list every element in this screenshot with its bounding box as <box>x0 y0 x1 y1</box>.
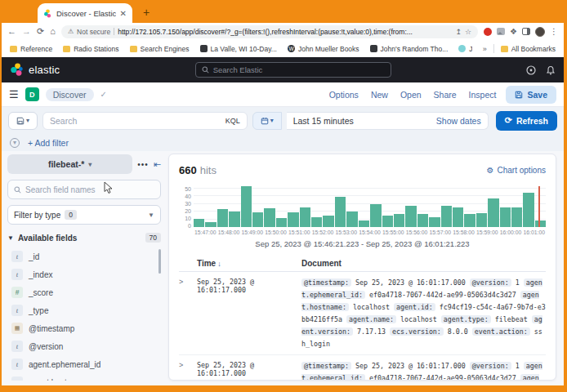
histogram-bar[interactable] <box>252 212 263 227</box>
histogram-bar[interactable] <box>441 206 452 227</box>
kql-label[interactable]: KQL <box>225 117 240 125</box>
bookmark-star-icon[interactable]: ☆ <box>465 28 471 36</box>
field-item[interactable]: t@version <box>7 337 161 355</box>
chart-options-button[interactable]: ⚙ Chart options <box>487 166 546 175</box>
histogram-bar[interactable] <box>346 212 357 227</box>
space-avatar[interactable]: D <box>25 87 39 101</box>
share-icon[interactable]: ↥ <box>455 28 462 36</box>
address-bar[interactable]: ⚠ Not secure http://172.105.7.150/app/di… <box>61 25 478 38</box>
time-column-header[interactable]: Time↓ <box>197 255 301 270</box>
field-item[interactable]: t_type <box>7 301 161 319</box>
field-item[interactable]: #_score <box>7 283 161 301</box>
histogram-bar[interactable] <box>405 206 416 227</box>
bookmark-item[interactable]: La Valle, WI 10-Day... <box>200 45 277 53</box>
tab-close-icon[interactable]: ✕ <box>120 9 127 18</box>
menu-link-options[interactable]: Options <box>329 90 359 100</box>
histogram-bar[interactable] <box>205 222 216 227</box>
field-item[interactable]: t_id <box>7 247 161 265</box>
histogram-bar[interactable] <box>288 212 298 227</box>
histogram-bar[interactable] <box>359 220 369 227</box>
histogram-bar[interactable] <box>476 213 487 227</box>
histogram-bar[interactable] <box>429 217 440 227</box>
filter-by-type-select[interactable]: Filter by type 0 ▼ <box>7 205 161 225</box>
side-panel-icon[interactable] <box>522 28 530 35</box>
back-icon[interactable]: ← <box>7 27 16 36</box>
bookmark-item[interactable]: Reference <box>10 45 52 53</box>
histogram-bar[interactable] <box>311 217 322 227</box>
available-fields-header[interactable]: ▼ Available fields 70 <box>7 233 161 243</box>
histogram-bar[interactable] <box>394 214 404 227</box>
bookmarks-overflow-icon[interactable]: » <box>483 45 487 53</box>
alerts-bell-icon[interactable] <box>546 65 556 75</box>
help-icon[interactable] <box>526 65 536 75</box>
index-pattern-select[interactable]: filebeat-* ▾ <box>7 154 132 174</box>
bookmark-item[interactable]: John's Random Tho... <box>370 45 449 53</box>
histogram-bar[interactable] <box>370 204 381 227</box>
time-range-display[interactable]: Last 15 minutes Show dates <box>287 112 489 130</box>
time-range-value[interactable]: Last 15 minutes <box>293 116 436 126</box>
elastic-logo[interactable]: elastic <box>10 63 60 77</box>
histogram-bar[interactable] <box>417 214 428 227</box>
histogram-bar[interactable] <box>535 220 546 227</box>
breadcrumb[interactable]: Discover <box>46 88 94 101</box>
kql-search-input[interactable]: Search KQL <box>42 112 248 130</box>
histogram-bar[interactable] <box>523 193 534 227</box>
adblock-extension-icon[interactable] <box>484 28 492 36</box>
browser-menu-icon[interactable]: ⋮ <box>550 27 558 36</box>
histogram-bar[interactable] <box>300 207 310 227</box>
histogram-bar[interactable] <box>323 216 333 227</box>
filter-options-icon[interactable]: ▾ <box>10 138 20 148</box>
field-item[interactable]: tagent.ephemeral_id <box>7 355 161 373</box>
field-item[interactable]: ▦@timestamp <box>7 319 161 337</box>
expand-row-icon[interactable]: > <box>179 360 197 369</box>
refresh-button[interactable]: ⟳ Refresh <box>496 111 557 131</box>
add-filter-link[interactable]: + Add filter <box>28 138 69 148</box>
not-secure-label[interactable]: Not secure <box>77 28 110 36</box>
histogram-bar[interactable] <box>217 209 228 227</box>
bookmark-item[interactable]: John Mueller Books... <box>458 45 471 53</box>
histogram-bar[interactable] <box>229 212 239 227</box>
url-text[interactable]: http://172.105.7.150/app/discover#/?_g=(… <box>118 28 452 36</box>
bookmark-item[interactable]: WJohn Mueller Books <box>288 45 359 53</box>
sort-descending-icon[interactable]: ↓ <box>217 260 221 268</box>
bookmark-item[interactable]: Radio Stations <box>63 45 118 53</box>
bookmark-item[interactable]: Search Engines <box>130 45 190 53</box>
histogram-bar[interactable] <box>241 186 252 227</box>
field-item[interactable]: tagent.hostname <box>7 373 161 381</box>
forward-icon[interactable]: → <box>22 27 31 36</box>
home-icon[interactable]: ⌂ <box>50 27 56 36</box>
profile-avatar[interactable] <box>535 27 545 37</box>
reload-icon[interactable]: ⟳ <box>37 27 44 36</box>
browser-tab[interactable]: Discover - Elastic ✕ <box>38 3 132 23</box>
saved-query-menu-button[interactable]: ▾ <box>8 112 38 130</box>
menu-hamburger-icon[interactable]: ☰ <box>9 88 19 100</box>
menu-link-inspect[interactable]: Inspect <box>469 90 497 100</box>
all-bookmarks-button[interactable]: All Bookmarks <box>501 45 556 53</box>
histogram-bar[interactable] <box>194 219 204 227</box>
field-settings-icon[interactable]: ••• <box>137 160 149 169</box>
menu-link-new[interactable]: New <box>371 90 388 100</box>
elastic-search-input[interactable]: Search Elastic <box>195 62 391 78</box>
histogram-bar[interactable] <box>488 198 498 227</box>
expand-row-icon[interactable]: > <box>179 277 197 286</box>
field-item[interactable]: t_index <box>7 265 161 283</box>
date-picker-calendar-button[interactable]: ▾ <box>252 112 282 130</box>
menu-link-open[interactable]: Open <box>400 90 422 100</box>
sidebar-scrollbar[interactable] <box>158 249 161 274</box>
menu-link-share[interactable]: Share <box>434 90 457 100</box>
extensions-puzzle-icon[interactable]: ❖ <box>510 27 517 36</box>
histogram-bar[interactable] <box>382 216 393 227</box>
histogram-bar[interactable] <box>500 207 511 227</box>
collapse-sidebar-icon[interactable]: ⇤ <box>154 159 161 170</box>
show-dates-link[interactable]: Show dates <box>436 116 481 126</box>
save-button[interactable]: Save <box>506 86 556 104</box>
image-extension-icon[interactable] <box>497 28 505 35</box>
new-tab-button[interactable]: + <box>137 3 155 21</box>
histogram-bar[interactable] <box>276 218 287 227</box>
histogram-bar[interactable] <box>464 214 475 227</box>
histogram-bar[interactable] <box>264 208 275 227</box>
histogram-bar[interactable] <box>453 207 463 227</box>
histogram-bar[interactable] <box>335 197 346 227</box>
histogram-bar[interactable] <box>511 207 522 227</box>
field-search-input[interactable]: Search field names <box>7 180 161 199</box>
